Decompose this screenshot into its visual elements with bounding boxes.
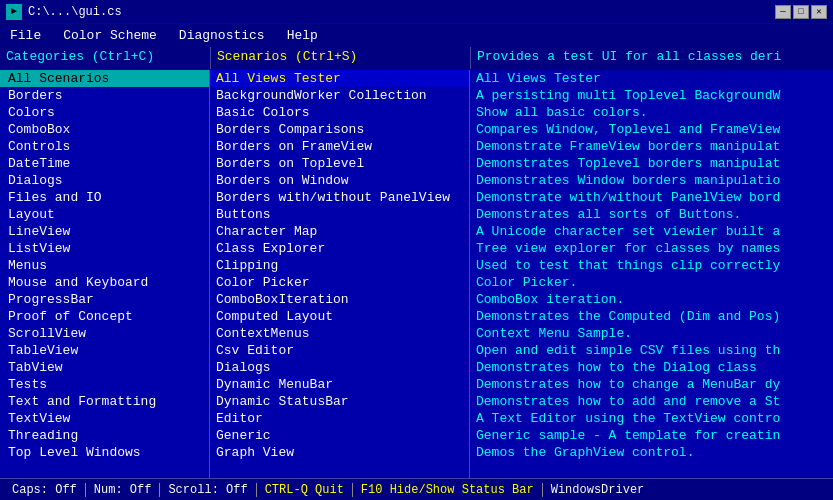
description-item: Demonstrates all sorts of Buttons. [470, 206, 833, 223]
description-item: Demonstrate FrameView borders manipulat [470, 138, 833, 155]
scenario-item[interactable]: Generic [210, 427, 469, 444]
header-categories: Categories (Ctrl+C) [0, 47, 210, 69]
scenario-item[interactable]: Borders with/without PanelView [210, 189, 469, 206]
category-item[interactable]: TabView [0, 359, 209, 376]
app-icon: ► [6, 4, 22, 20]
category-item[interactable]: Proof of Concept [0, 308, 209, 325]
category-item[interactable]: All Scenarios [0, 70, 209, 87]
description-item: Generic sample - A template for creatin [470, 427, 833, 444]
scenario-item[interactable]: Character Map [210, 223, 469, 240]
status-hide[interactable]: F10 Hide/Show Status Bar [353, 483, 543, 497]
category-item[interactable]: Files and IO [0, 189, 209, 206]
category-item[interactable]: Controls [0, 138, 209, 155]
description-item: ComboBox iteration. [470, 291, 833, 308]
description-item: Demonstrates Toplevel borders manipulat [470, 155, 833, 172]
menu-item-diagnostics[interactable]: Diagnostics [173, 27, 271, 44]
status-quit[interactable]: CTRL-Q Quit [257, 483, 353, 497]
description-item: Demonstrates Window borders manipulatio [470, 172, 833, 189]
category-item[interactable]: Tests [0, 376, 209, 393]
scenario-item[interactable]: Editor [210, 410, 469, 427]
scenario-item[interactable]: Borders Comparisons [210, 121, 469, 138]
category-item[interactable]: Top Level Windows [0, 444, 209, 461]
status-driver: WindowsDriver [543, 483, 653, 497]
scenario-item[interactable]: ContextMenus [210, 325, 469, 342]
status-scroll: Scroll: Off [160, 483, 256, 497]
scenarios-panel[interactable]: All Views TesterBackgroundWorker Collect… [210, 70, 470, 478]
minimize-button[interactable]: ─ [775, 5, 791, 19]
header-scenarios: Scenarios (Ctrl+S) [210, 47, 470, 69]
categories-panel[interactable]: All ScenariosBordersColorsComboBoxContro… [0, 70, 210, 478]
category-item[interactable]: ScrollView [0, 325, 209, 342]
description-item: A persisting multi Toplevel BackgroundW [470, 87, 833, 104]
description-item: All Views Tester [470, 70, 833, 87]
status-caps: Caps: Off [4, 483, 86, 497]
menu-item-file[interactable]: File [4, 27, 47, 44]
scenario-item[interactable]: BackgroundWorker Collection [210, 87, 469, 104]
titlebar-left: ► C:\...\gui.cs [6, 4, 122, 20]
scenario-item[interactable]: Color Picker [210, 274, 469, 291]
category-item[interactable]: ComboBox [0, 121, 209, 138]
description-item: Demos the GraphView control. [470, 444, 833, 461]
scenario-item[interactable]: Basic Colors [210, 104, 469, 121]
app-icon-symbol: ► [11, 6, 17, 17]
scenario-item[interactable]: Computed Layout [210, 308, 469, 325]
description-item: Demonstrates how to change a MenuBar dy [470, 376, 833, 393]
panel-headers: Categories (Ctrl+C) Scenarios (Ctrl+S) P… [0, 46, 833, 70]
description-item: Color Picker. [470, 274, 833, 291]
scenario-item[interactable]: Dialogs [210, 359, 469, 376]
menu-item-color-scheme[interactable]: Color Scheme [57, 27, 163, 44]
scenario-item[interactable]: All Views Tester [210, 70, 469, 87]
descriptions-panel: All Views TesterA persisting multi Tople… [470, 70, 833, 478]
category-item[interactable]: Mouse and Keyboard [0, 274, 209, 291]
description-item: Compares Window, Toplevel and FrameView [470, 121, 833, 138]
description-item: Demonstrate with/without PanelView bord [470, 189, 833, 206]
scenario-item[interactable]: Class Explorer [210, 240, 469, 257]
header-description: Provides a test UI for all classes deri [470, 47, 833, 69]
category-item[interactable]: Layout [0, 206, 209, 223]
menubar: FileColor SchemeDiagnosticsHelp [0, 24, 833, 46]
category-item[interactable]: Menus [0, 257, 209, 274]
scenario-item[interactable]: Clipping [210, 257, 469, 274]
description-item: Demonstrates how to add and remove a St [470, 393, 833, 410]
statusbar: Caps: Off Num: Off Scroll: Off CTRL-Q Qu… [0, 478, 833, 500]
category-item[interactable]: TextView [0, 410, 209, 427]
description-item: Context Menu Sample. [470, 325, 833, 342]
scenario-item[interactable]: Borders on Window [210, 172, 469, 189]
category-item[interactable]: LineView [0, 223, 209, 240]
scenario-item[interactable]: Csv Editor [210, 342, 469, 359]
scenario-item[interactable]: Graph View [210, 444, 469, 461]
titlebar: ► C:\...\gui.cs ─ □ ✕ [0, 0, 833, 24]
window-title: C:\...\gui.cs [28, 5, 122, 19]
scenario-item[interactable]: Borders on Toplevel [210, 155, 469, 172]
description-item: Tree view explorer for classes by names [470, 240, 833, 257]
description-item: Show all basic colors. [470, 104, 833, 121]
status-num: Num: Off [86, 483, 161, 497]
scenario-item[interactable]: Dynamic MenuBar [210, 376, 469, 393]
scenario-item[interactable]: ComboBoxIteration [210, 291, 469, 308]
category-item[interactable]: Threading [0, 427, 209, 444]
window-controls: ─ □ ✕ [775, 5, 827, 19]
category-item[interactable]: DateTime [0, 155, 209, 172]
description-item: A Unicode character set viewier built a [470, 223, 833, 240]
category-item[interactable]: Borders [0, 87, 209, 104]
description-item: Demonstrates the Computed (Dim and Pos) [470, 308, 833, 325]
scenario-item[interactable]: Borders on FrameView [210, 138, 469, 155]
content-panels: All ScenariosBordersColorsComboBoxContro… [0, 70, 833, 478]
category-item[interactable]: ListView [0, 240, 209, 257]
description-item: Open and edit simple CSV files using th [470, 342, 833, 359]
close-button[interactable]: ✕ [811, 5, 827, 19]
category-item[interactable]: Colors [0, 104, 209, 121]
description-item: Used to test that things clip correctly [470, 257, 833, 274]
description-item: Demonstrates how to the Dialog class [470, 359, 833, 376]
category-item[interactable]: Dialogs [0, 172, 209, 189]
scenario-item[interactable]: Buttons [210, 206, 469, 223]
description-item: A Text Editor using the TextView contro [470, 410, 833, 427]
scenario-item[interactable]: Dynamic StatusBar [210, 393, 469, 410]
category-item[interactable]: ProgressBar [0, 291, 209, 308]
menu-item-help[interactable]: Help [281, 27, 324, 44]
category-item[interactable]: TableView [0, 342, 209, 359]
category-item[interactable]: Text and Formatting [0, 393, 209, 410]
maximize-button[interactable]: □ [793, 5, 809, 19]
